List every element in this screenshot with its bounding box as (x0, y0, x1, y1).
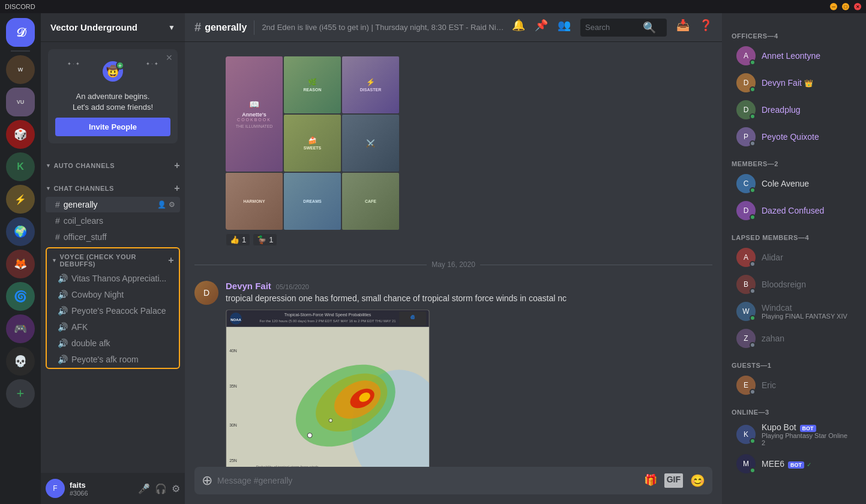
image-collage: 📖 Annette's COOKBOOK THE ILLUMINATED 🌿 R… (226, 56, 403, 230)
gift-icon[interactable]: 🎁 (644, 473, 657, 488)
member-kupo-bot[interactable]: K Kupo Bot BOT Playing Phantasy Star Onl… (727, 419, 861, 450)
input-action-icons: 🎁 GIF 😊 (644, 473, 705, 488)
channel-settings-icon[interactable]: ⚙ (169, 200, 175, 209)
message-author-devyn: Devyn Fait (226, 281, 271, 291)
emoji-icon[interactable]: 😊 (690, 473, 705, 488)
svg-text:40N: 40N (229, 349, 237, 353)
svg-text:30N: 30N (229, 423, 237, 427)
reaction-thumbsup-count: 1 (242, 235, 246, 244)
section-auto-channels[interactable]: ▼ AUTO CHANNELS + (41, 151, 185, 173)
member-eric[interactable]: E Eric (727, 372, 861, 398)
member-list-icon[interactable]: 👥 (558, 19, 571, 37)
add-member-icon[interactable]: 👤 (157, 200, 166, 209)
text-channel-icon-coil: # (55, 216, 60, 226)
member-bloodsreign[interactable]: B Bloodsreign (727, 271, 861, 298)
channel-double-afk[interactable]: 🔊 double afk (48, 335, 178, 351)
invite-text: An adventure begins. Let's add some frie… (55, 91, 170, 113)
mute-icon[interactable]: 🎤 (138, 483, 150, 494)
channel-generally[interactable]: # generally 👤 ⚙ (46, 197, 180, 212)
channel-afk[interactable]: 🔊 AFK (48, 319, 178, 335)
server-icon-7[interactable]: 🦊 (6, 250, 35, 278)
member-cole-avenue[interactable]: C Cole Avenue (727, 170, 861, 197)
member-avatar-wrap-peyote: P (736, 127, 756, 146)
voice-channel-icon-peyotes-afk: 🔊 (58, 355, 68, 364)
weather-map-svg: Tropical-Storm-Force Wind Speed Probabil… (226, 310, 430, 467)
attach-file-icon[interactable]: ⊕ (202, 467, 212, 494)
member-annet-leontyne[interactable]: A Annet Leontyne (727, 43, 861, 69)
server-icon-6[interactable]: 🌍 (6, 217, 35, 246)
voice-channel-icon-double-afk: 🔊 (58, 338, 68, 348)
server-icon-vector-underground[interactable]: VU (6, 88, 35, 116)
deafen-icon[interactable]: 🎧 (155, 483, 167, 494)
channel-label-coil: coil_clears (64, 216, 175, 226)
sidebar-content: ✕ ✦ · ✦ 🤠 + ✦ · ✦ An adventure begins. L… (41, 42, 185, 473)
notification-bell-icon[interactable]: 🔔 (512, 19, 525, 37)
member-avatar-wrap-alidar: A (736, 248, 756, 267)
section-label-chat: CHAT CHANNELS (53, 185, 113, 192)
members-section-guests: GUESTS—1 (722, 352, 866, 371)
member-windcat[interactable]: W Windcat Playing FINAL FANTASY XIV (727, 298, 861, 325)
server-icon-10[interactable]: 💀 (6, 347, 35, 376)
server-icon-1[interactable]: W (6, 55, 35, 84)
gif-icon[interactable]: GIF (664, 473, 683, 488)
section-voyce-header[interactable]: ▼ VOYCE (CHECK YOUR DEBUFFS) + (47, 248, 179, 270)
section-chat-channels[interactable]: ▼ CHAT CHANNELS + (41, 173, 185, 196)
server-name-header[interactable]: Vector Underground ▼ (41, 13, 185, 42)
channel-peyotes-peacock[interactable]: 🔊 Peyote's Peacock Palace (48, 303, 178, 319)
reaction-duck-count: 1 (269, 235, 273, 244)
channel-cowboy-night[interactable]: 🔊 Cowboy Night (48, 287, 178, 302)
server-icon-dnd[interactable]: 🎲 (6, 120, 35, 149)
message-reactions: 👍 1 🦆 1 (226, 233, 712, 246)
member-zahan[interactable]: Z zahan (727, 325, 861, 352)
members-section-lapsed: LAPSED MEMBERS—4 (722, 224, 866, 244)
add-channel-chat-btn[interactable]: + (174, 183, 180, 194)
member-status-windcat (750, 315, 756, 321)
voice-channel-icon-cowboy: 🔊 (58, 290, 68, 299)
member-name-eric: Eric (762, 380, 776, 390)
channel-peyotes-afk-room[interactable]: 🔊 Peyote's afk room (48, 352, 178, 367)
messages-area: 📖 Annette's COOKBOOK THE ILLUMINATED 🌿 R… (185, 42, 722, 467)
user-settings-icon[interactable]: ⚙ (172, 483, 180, 494)
add-server-btn[interactable]: + (6, 379, 35, 408)
member-name-blood: Bloodsreign (762, 280, 806, 289)
server-icon-discord-home[interactable]: 𝒟 (6, 18, 35, 47)
maximize-btn[interactable]: □ (842, 3, 849, 10)
member-status-cole (750, 187, 756, 193)
channel-officer-stuff[interactable]: # officer_stuff (46, 229, 180, 245)
message-input[interactable] (217, 469, 639, 493)
help-icon[interactable]: ❓ (699, 19, 712, 37)
minimize-btn[interactable]: ─ (830, 3, 837, 10)
collage-cell-right-bottom: ⚔️ (342, 115, 399, 172)
server-icon-8[interactable]: 🌀 (6, 282, 35, 311)
invite-people-button[interactable]: Invite People (55, 118, 170, 136)
member-dazed-confused[interactable]: D Dazed Confused (727, 197, 861, 224)
inbox-icon[interactable]: 📥 (676, 19, 690, 37)
channel-coil-clears[interactable]: # coil_clears (46, 213, 180, 229)
member-dreadplug[interactable]: D Dreadplug (727, 97, 861, 123)
member-status-zahan (750, 342, 756, 348)
server-icon-k[interactable]: K (6, 152, 35, 181)
member-status-blood (750, 288, 756, 294)
search-input[interactable] (585, 23, 639, 32)
channel-vitas-thanos[interactable]: 🔊 Vitas Thanos Appreciati... (48, 271, 178, 286)
member-status-dreadplug (750, 113, 756, 119)
member-name-windcat: Windcat (762, 303, 847, 313)
add-channel-auto-btn[interactable]: + (174, 160, 180, 171)
add-channel-voyce-btn[interactable]: + (168, 255, 174, 266)
member-mee6[interactable]: M MEE6 BOT ✓ (727, 451, 861, 477)
member-name-devyn: Devyn Fait 👑 (762, 78, 813, 88)
pinned-messages-icon[interactable]: 📌 (535, 19, 548, 37)
member-devyn-fait[interactable]: D Devyn Fait 👑 (727, 70, 861, 96)
reaction-duck[interactable]: 🦆 1 (253, 233, 277, 246)
text-channel-icon-officer: # (55, 232, 60, 242)
server-icon-9[interactable]: 🎮 (6, 314, 35, 343)
reaction-thumbsup[interactable]: 👍 1 (226, 233, 250, 246)
server-icon-5[interactable]: ⚡ (6, 185, 35, 214)
member-avatar-wrap-mee6: M (736, 454, 756, 473)
member-peyote-quixote[interactable]: P Peyote Quixote (727, 124, 861, 150)
close-btn[interactable]: ✕ (854, 3, 861, 10)
top-bar-divider (254, 20, 254, 35)
channel-name-header: # generally (194, 20, 247, 34)
image-collage-container: 📖 Annette's COOKBOOK THE ILLUMINATED 🌿 R… (194, 52, 712, 246)
member-alidar[interactable]: A Alidar (727, 244, 861, 271)
